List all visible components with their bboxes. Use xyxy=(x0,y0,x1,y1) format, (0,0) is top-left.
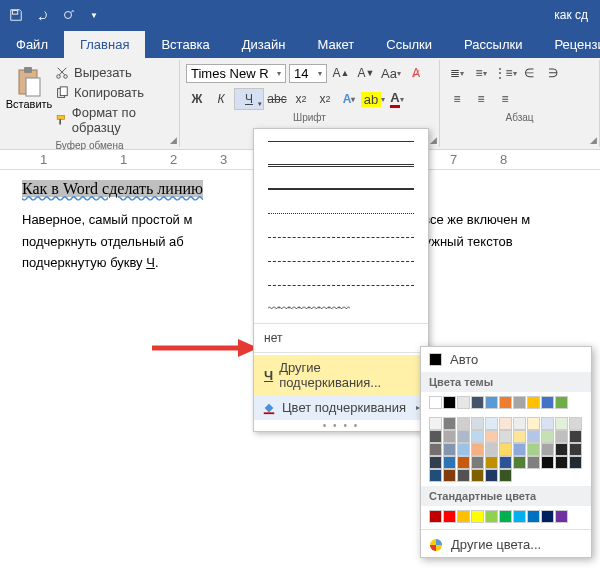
color-swatch[interactable] xyxy=(513,456,526,469)
color-swatch[interactable] xyxy=(513,417,526,430)
color-swatch[interactable] xyxy=(527,456,540,469)
tab-layout[interactable]: Макет xyxy=(301,31,370,58)
color-swatch[interactable] xyxy=(499,469,512,482)
copy-button[interactable]: Копировать xyxy=(52,84,173,101)
clipboard-expand-icon[interactable]: ◢ xyxy=(170,135,177,145)
underline-style-dotted[interactable] xyxy=(254,201,428,225)
color-swatch[interactable] xyxy=(499,443,512,456)
underline-style-double[interactable] xyxy=(254,153,428,177)
color-swatch[interactable] xyxy=(429,396,442,409)
increase-indent-button[interactable]: ∋ xyxy=(542,62,564,84)
document-heading[interactable]: Как в Word сделать линию xyxy=(22,180,203,197)
multilevel-button[interactable]: ⋮≡▾ xyxy=(494,62,516,84)
color-swatch[interactable] xyxy=(443,443,456,456)
align-center-button[interactable]: ≡ xyxy=(470,88,492,110)
font-size-combo[interactable]: 14▾ xyxy=(289,64,327,83)
numbering-button[interactable]: ≡▾ xyxy=(470,62,492,84)
underline-other[interactable]: Ч Другие подчеркивания... xyxy=(254,355,428,395)
color-swatch[interactable] xyxy=(429,456,442,469)
other-colors[interactable]: Другие цвета... xyxy=(421,532,591,557)
color-swatch[interactable] xyxy=(457,443,470,456)
align-right-button[interactable]: ≡ xyxy=(494,88,516,110)
decrease-indent-button[interactable]: ∈ xyxy=(518,62,540,84)
color-swatch[interactable] xyxy=(499,417,512,430)
color-swatch[interactable] xyxy=(443,510,456,523)
color-swatch[interactable] xyxy=(457,417,470,430)
underline-none[interactable]: нет xyxy=(254,326,428,350)
underline-style-dashed[interactable] xyxy=(254,225,428,249)
color-swatch[interactable] xyxy=(457,430,470,443)
color-swatch[interactable] xyxy=(527,430,540,443)
paragraph-expand-icon[interactable]: ◢ xyxy=(590,135,597,145)
color-swatch[interactable] xyxy=(527,396,540,409)
color-swatch[interactable] xyxy=(499,430,512,443)
redo-button[interactable] xyxy=(56,3,80,27)
color-swatch[interactable] xyxy=(541,417,554,430)
tab-mailings[interactable]: Рассылки xyxy=(448,31,538,58)
color-swatch[interactable] xyxy=(443,456,456,469)
underline-button[interactable]: Ч xyxy=(234,88,264,110)
color-swatch[interactable] xyxy=(443,417,456,430)
color-swatch[interactable] xyxy=(443,469,456,482)
color-swatch[interactable] xyxy=(499,396,512,409)
bullets-button[interactable]: ≣▾ xyxy=(446,62,468,84)
color-swatch[interactable] xyxy=(471,443,484,456)
color-swatch[interactable] xyxy=(457,510,470,523)
color-swatch[interactable] xyxy=(555,396,568,409)
color-swatch[interactable] xyxy=(471,430,484,443)
color-swatch[interactable] xyxy=(513,396,526,409)
color-swatch[interactable] xyxy=(471,510,484,523)
highlight-button[interactable]: ab▾ xyxy=(362,88,384,110)
color-swatch[interactable] xyxy=(527,510,540,523)
color-swatch[interactable] xyxy=(513,430,526,443)
paste-button[interactable]: Вставить xyxy=(6,62,52,138)
undo-button[interactable] xyxy=(30,3,54,27)
change-case-button[interactable]: Aa▾ xyxy=(380,62,402,84)
qat-customize-icon[interactable]: ▼ xyxy=(82,3,106,27)
color-swatch[interactable] xyxy=(471,456,484,469)
color-swatch[interactable] xyxy=(485,456,498,469)
tab-references[interactable]: Ссылки xyxy=(370,31,448,58)
color-swatch[interactable] xyxy=(485,396,498,409)
color-swatch[interactable] xyxy=(471,396,484,409)
tab-file[interactable]: Файл xyxy=(0,31,64,58)
color-swatch[interactable] xyxy=(485,417,498,430)
color-swatch[interactable] xyxy=(443,396,456,409)
color-swatch[interactable] xyxy=(429,430,442,443)
superscript-button[interactable]: x2 xyxy=(314,88,336,110)
color-swatch[interactable] xyxy=(541,510,554,523)
color-swatch[interactable] xyxy=(457,456,470,469)
color-swatch[interactable] xyxy=(569,430,582,443)
color-swatch[interactable] xyxy=(569,417,582,430)
tab-review[interactable]: Рецензирование xyxy=(538,31,600,58)
color-swatch[interactable] xyxy=(527,443,540,456)
color-swatch[interactable] xyxy=(429,510,442,523)
shrink-font-button[interactable]: A▼ xyxy=(355,62,377,84)
tab-design[interactable]: Дизайн xyxy=(226,31,302,58)
color-swatch[interactable] xyxy=(485,469,498,482)
underline-style-wave[interactable]: 〰〰〰〰〰〰〰〰 xyxy=(254,297,428,321)
color-swatch[interactable] xyxy=(485,430,498,443)
underline-style-single[interactable] xyxy=(254,129,428,153)
color-swatch[interactable] xyxy=(541,456,554,469)
align-left-button[interactable]: ≡ xyxy=(446,88,468,110)
underline-style-dot-dash[interactable] xyxy=(254,249,428,273)
color-swatch[interactable] xyxy=(569,443,582,456)
color-swatch[interactable] xyxy=(485,443,498,456)
text-effects-button[interactable]: A▾ xyxy=(338,88,360,110)
subscript-button[interactable]: x2 xyxy=(290,88,312,110)
color-swatch[interactable] xyxy=(429,417,442,430)
color-swatch[interactable] xyxy=(471,469,484,482)
color-swatch[interactable] xyxy=(569,456,582,469)
color-swatch[interactable] xyxy=(499,510,512,523)
tab-insert[interactable]: Вставка xyxy=(145,31,225,58)
color-swatch[interactable] xyxy=(555,510,568,523)
underline-color[interactable]: Цвет подчеркивания ▸ xyxy=(254,395,428,420)
tab-home[interactable]: Главная xyxy=(64,31,145,58)
font-name-combo[interactable]: Times New R▾ xyxy=(186,64,286,83)
color-swatch[interactable] xyxy=(457,396,470,409)
color-auto[interactable]: Авто xyxy=(421,347,591,372)
color-swatch[interactable] xyxy=(457,469,470,482)
color-swatch[interactable] xyxy=(443,430,456,443)
color-swatch[interactable] xyxy=(429,443,442,456)
